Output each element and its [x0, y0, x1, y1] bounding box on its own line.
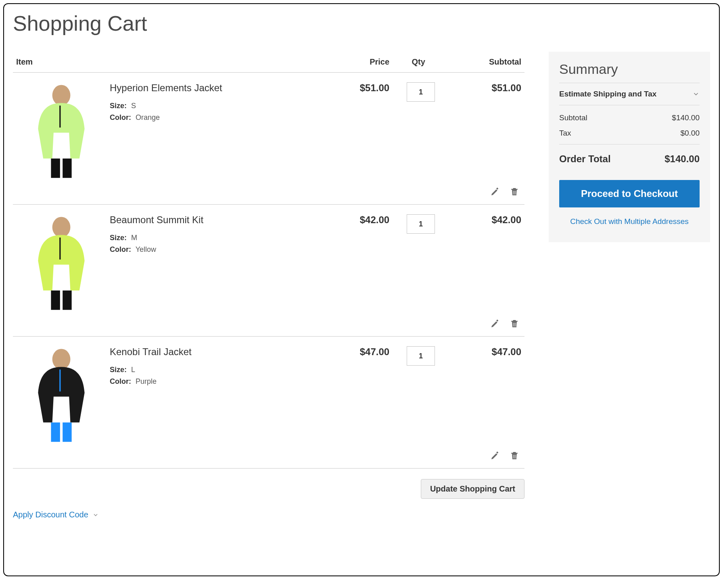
item-price: $42.00 [329, 205, 393, 312]
edit-icon[interactable] [490, 450, 500, 461]
svg-rect-1 [51, 159, 60, 178]
tax-value: $0.00 [680, 129, 700, 138]
color-value: Purple [136, 377, 157, 385]
trash-icon[interactable] [509, 186, 520, 197]
col-qty: Qty [393, 52, 449, 73]
estimate-shipping-label: Estimate Shipping and Tax [559, 90, 656, 98]
order-total-value: $140.00 [664, 153, 700, 165]
color-label: Color: [110, 377, 131, 385]
summary-title: Summary [559, 61, 700, 83]
apply-discount-toggle[interactable]: Apply Discount Code [13, 510, 99, 519]
subtotal-label: Subtotal [559, 113, 587, 122]
svg-rect-7 [51, 423, 60, 442]
svg-rect-8 [63, 423, 71, 442]
cart-items-section: Item Price Qty Subtotal Hyperion Element… [13, 52, 524, 519]
size-label: Size: [110, 102, 127, 110]
col-item: Item [13, 52, 329, 73]
qty-input[interactable] [407, 82, 435, 102]
product-name[interactable]: Beaumont Summit Kit [110, 214, 329, 226]
color-value: Yellow [136, 245, 156, 253]
svg-rect-2 [63, 159, 71, 178]
chevron-down-icon [692, 90, 700, 98]
cart-item-row: Beaumont Summit Kit Size: M Color: Yello… [13, 205, 524, 312]
multiple-addresses-link[interactable]: Check Out with Multiple Addresses [559, 217, 700, 226]
product-name[interactable]: Kenobi Trail Jacket [110, 346, 329, 358]
size-value: M [131, 234, 137, 242]
cart-item-row: Kenobi Trail Jacket Size: L Color: Purpl… [13, 337, 524, 444]
product-image[interactable] [21, 82, 102, 179]
proceed-to-checkout-button[interactable]: Proceed to Checkout [559, 180, 700, 207]
svg-rect-5 [63, 291, 71, 310]
summary-section: Summary Estimate Shipping and Tax Subtot… [549, 52, 710, 242]
svg-point-6 [52, 349, 71, 369]
trash-icon[interactable] [509, 450, 520, 461]
svg-point-3 [52, 217, 71, 237]
qty-input[interactable] [407, 346, 435, 366]
size-label: Size: [110, 234, 127, 242]
col-price: Price [329, 52, 393, 73]
qty-input[interactable] [407, 214, 435, 234]
size-value: L [131, 366, 135, 374]
cart-table: Item Price Qty Subtotal Hyperion Element… [13, 52, 524, 469]
item-price: $51.00 [329, 73, 393, 180]
cart-item-row: Hyperion Elements Jacket Size: S Color: … [13, 73, 524, 180]
estimate-shipping-toggle[interactable]: Estimate Shipping and Tax [559, 83, 700, 105]
color-label: Color: [110, 245, 131, 253]
product-image[interactable] [21, 346, 102, 443]
trash-icon[interactable] [509, 318, 520, 329]
item-subtotal: $42.00 [449, 205, 524, 312]
subtotal-value: $140.00 [672, 113, 700, 122]
apply-discount-label: Apply Discount Code [13, 510, 88, 519]
chevron-down-icon [92, 512, 99, 518]
item-price: $47.00 [329, 337, 393, 444]
update-cart-button[interactable]: Update Shopping Cart [421, 479, 524, 499]
size-label: Size: [110, 366, 127, 374]
edit-icon[interactable] [490, 318, 500, 329]
item-subtotal: $47.00 [449, 337, 524, 444]
order-total-label: Order Total [559, 153, 611, 165]
item-subtotal: $51.00 [449, 73, 524, 180]
color-value: Orange [136, 113, 160, 121]
col-subtotal: Subtotal [449, 52, 524, 73]
product-image[interactable] [21, 214, 102, 311]
product-name[interactable]: Hyperion Elements Jacket [110, 82, 329, 94]
edit-icon[interactable] [490, 186, 500, 197]
color-label: Color: [110, 113, 131, 121]
svg-rect-4 [51, 291, 60, 310]
svg-point-0 [52, 85, 71, 105]
page-title: Shopping Cart [13, 11, 710, 36]
size-value: S [131, 102, 136, 110]
tax-label: Tax [559, 129, 571, 138]
